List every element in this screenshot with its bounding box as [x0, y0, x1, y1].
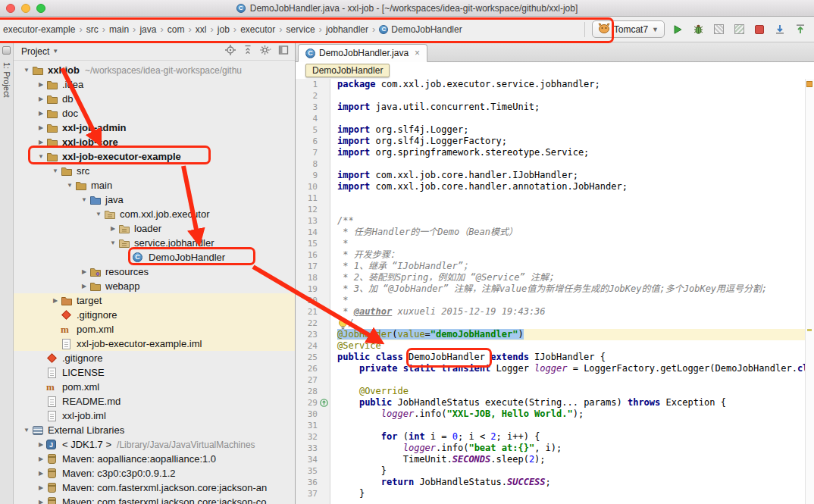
- collapse-arrow-icon[interactable]: ▼: [21, 427, 32, 434]
- tree-item-service-jobhandler[interactable]: ▼service.jobhandler: [14, 236, 295, 250]
- tree-item-readme-md[interactable]: README.md: [14, 394, 295, 409]
- tree-item-maven-com-fasterxml-jackson-core-jackson-an[interactable]: ▶Maven: com.fasterxml.jackson.core:jacks…: [14, 481, 295, 495]
- editor-breadcrumb-bar: DemoJobHandler: [296, 62, 814, 79]
- vcs-commit-button[interactable]: [793, 22, 808, 37]
- minimize-window-button[interactable]: [21, 4, 30, 13]
- expand-arrow-icon[interactable]: ▶: [36, 110, 46, 117]
- vcs-update-button[interactable]: [772, 22, 787, 37]
- expand-arrow-icon[interactable]: ▶: [36, 95, 46, 102]
- collapse-arrow-icon[interactable]: ▼: [108, 239, 118, 246]
- line-number: 14: [296, 227, 330, 238]
- expand-arrow-icon[interactable]: ▶: [36, 441, 46, 448]
- profile-button[interactable]: [731, 22, 747, 37]
- breadcrumb-item-xxl[interactable]: xxl: [194, 23, 208, 36]
- chevron-down-icon[interactable]: ▼: [52, 48, 58, 55]
- settings-gear-icon[interactable]: [260, 45, 271, 58]
- stop-button[interactable]: [752, 22, 767, 37]
- breadcrumb-separator: ›: [279, 23, 282, 35]
- tree-item-xxl-job-admin[interactable]: ▶xxl-job-admin: [14, 121, 295, 135]
- collapse-arrow-icon[interactable]: ▼: [93, 211, 104, 218]
- collapse-arrow-icon[interactable]: ▼: [79, 196, 89, 203]
- breadcrumb-item-java[interactable]: java: [138, 23, 158, 36]
- tree-item-label: External Libraries: [48, 424, 124, 436]
- expand-arrow-icon[interactable]: ▶: [50, 297, 61, 304]
- breadcrumb-item-job[interactable]: job: [216, 23, 231, 36]
- breadcrumb-item-jobhandler[interactable]: jobhandler: [324, 23, 370, 36]
- tree-item-license[interactable]: LICENSE: [14, 365, 295, 380]
- collapse-arrow-icon[interactable]: ▼: [36, 153, 46, 160]
- breadcrumb-item-src[interactable]: src: [85, 23, 100, 36]
- expand-arrow-icon[interactable]: ▶: [108, 225, 118, 232]
- tree-item-jdk1-7[interactable]: ▶J< JDK1.7 >/Library/Java/JavaVirtualMac…: [14, 437, 295, 452]
- expand-arrow-icon[interactable]: ▶: [36, 484, 46, 491]
- close-window-button[interactable]: [6, 4, 15, 13]
- breadcrumb-item-executor-example[interactable]: executor-example: [2, 23, 77, 36]
- collapse-all-icon[interactable]: [243, 45, 253, 58]
- locate-icon[interactable]: [225, 45, 236, 58]
- line-number: 18: [296, 272, 330, 283]
- hide-panel-icon[interactable]: [278, 45, 289, 58]
- zoom-window-button[interactable]: [36, 4, 45, 13]
- run-with-coverage-button[interactable]: [711, 22, 726, 37]
- tree-item-external-libraries[interactable]: ▼External Libraries: [14, 423, 295, 437]
- tree-item-gitignore[interactable]: .gitignore: [14, 351, 295, 365]
- tree-item-main[interactable]: ▼main: [14, 178, 295, 193]
- code-line-10: import com.xxl.job.core.handler.annotati…: [337, 181, 814, 193]
- debug-button[interactable]: [690, 22, 706, 37]
- tree-item-target[interactable]: ▶target: [14, 293, 295, 308]
- expand-arrow-icon[interactable]: ▶: [36, 470, 46, 477]
- breadcrumb-item-service[interactable]: service: [285, 23, 317, 36]
- collapse-arrow-icon[interactable]: ▼: [21, 67, 32, 74]
- expand-arrow-icon[interactable]: ▶: [36, 124, 46, 131]
- collapse-arrow-icon[interactable]: ▼: [64, 182, 75, 189]
- collapse-arrow-icon[interactable]: ▼: [50, 167, 61, 174]
- run-button[interactable]: [670, 22, 685, 37]
- breadcrumb-item-main[interactable]: main: [108, 23, 130, 36]
- expand-arrow-icon[interactable]: ▶: [36, 455, 46, 462]
- tree-item-xxl-job-executor-example[interactable]: ▼xxl-job-executor-example: [14, 149, 295, 164]
- close-tab-icon[interactable]: ×: [415, 48, 420, 58]
- breadcrumb-item-demojobhandler[interactable]: CDemoJobHandler: [377, 23, 463, 36]
- error-stripe[interactable]: [805, 79, 814, 504]
- expand-arrow-icon[interactable]: ▶: [79, 268, 89, 275]
- tree-item-xxl-job-iml[interactable]: xxl-job.iml: [14, 409, 295, 423]
- tree-item-label: LICENSE: [62, 367, 105, 378]
- breadcrumb-item-executor[interactable]: executor: [239, 23, 277, 36]
- folder-icon: [46, 151, 60, 163]
- tree-item-db[interactable]: ▶db: [14, 92, 295, 106]
- breadcrumb-class-chip[interactable]: DemoJobHandler: [305, 64, 390, 77]
- expand-arrow-icon[interactable]: ▶: [36, 499, 46, 504]
- tree-item-demojobhandler[interactable]: CDemoJobHandler: [14, 250, 295, 265]
- expand-arrow-icon[interactable]: ▶: [36, 139, 46, 146]
- tree-item-resources[interactable]: ▶resources: [14, 265, 295, 279]
- tree-item-com-xxl-job-executor[interactable]: ▼com.xxl.job.executor: [14, 207, 295, 221]
- tree-item-maven-com-fasterxml-jackson-core-jackson-co[interactable]: ▶Maven: com.fasterxml.jackson.core:jacks…: [14, 495, 295, 504]
- tree-item-loader[interactable]: ▶loader: [14, 221, 295, 236]
- tree-item-doc[interactable]: ▶doc: [14, 106, 295, 121]
- tree-item-maven-aopalliance-aopalliance-1-0[interactable]: ▶Maven: aopalliance:aopalliance:1.0: [14, 452, 295, 466]
- code-editor[interactable]: 1234567891011121314151617181920212223242…: [296, 79, 814, 504]
- run-configuration-select[interactable]: Tomcat7 ▼: [592, 20, 665, 38]
- editor-tab-demojobhandler[interactable]: C DemoJobHandler.java ×: [298, 44, 427, 62]
- tree-item-pom-xml[interactable]: mpom.xml: [14, 322, 295, 337]
- line-number: 20: [296, 295, 330, 306]
- expand-arrow-icon[interactable]: ▶: [36, 81, 46, 88]
- tree-item-webapp[interactable]: ▶webapp: [14, 279, 295, 293]
- tree-item-pom-xml[interactable]: mpom.xml: [14, 380, 295, 394]
- tree-item-xxl-job-core[interactable]: ▶xxl-job-core: [14, 135, 295, 149]
- tree-item-java[interactable]: ▼java: [14, 193, 295, 207]
- tree-item-idea[interactable]: ▶.idea: [14, 77, 295, 92]
- tree-item-src[interactable]: ▼src: [14, 164, 295, 178]
- tree-item-label: Maven: com.fasterxml.jackson.core:jackso…: [62, 482, 267, 493]
- tree-item-xxl-job-executor-example-iml[interactable]: xxl-job-executor-example.iml: [14, 337, 295, 351]
- tree-item-gitignore[interactable]: .gitignore: [14, 308, 295, 322]
- tree-item-maven-c3p0-c3p0-0-9-1-2[interactable]: ▶Maven: c3p0:c3p0:0.9.1.2: [14, 466, 295, 481]
- window-title: DemoJobHandler.java - xxl-job - [~/works…: [250, 3, 578, 14]
- expand-arrow-icon[interactable]: ▶: [79, 283, 89, 290]
- breadcrumb-item-com[interactable]: com: [166, 23, 186, 36]
- project-tool-window-button[interactable]: 1: Project: [2, 62, 11, 97]
- code-line-23: @JobHander(value="demoJobHandler"): [337, 329, 814, 340]
- tree-item-xxl-job[interactable]: ▼xxl-job~/workspaces/idea-git-workspace/…: [14, 63, 295, 77]
- code-text[interactable]: package com.xxl.job.executor.service.job…: [330, 79, 814, 504]
- tree-item-label: java: [105, 194, 124, 205]
